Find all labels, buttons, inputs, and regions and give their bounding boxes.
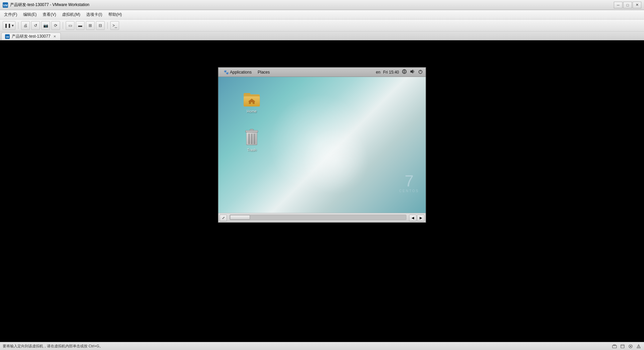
svg-marker-7	[411, 70, 413, 74]
scroll-left-button[interactable]: ◀	[409, 215, 417, 221]
restore-icon: ⟳	[54, 23, 57, 28]
trash-image	[244, 130, 260, 146]
snapshot-icon: 📷	[43, 23, 48, 28]
scroll-buttons: ◀ ▶	[409, 215, 425, 221]
tab-bar: VM 产品研发-test-130077 ✕	[0, 32, 644, 40]
view3-button[interactable]: ⊞	[86, 21, 95, 30]
menu-vm[interactable]: 虚拟机(M)	[59, 11, 83, 18]
scroll-thumb[interactable]	[230, 215, 250, 220]
close-button[interactable]: ✕	[633, 2, 641, 8]
trash-line-1	[249, 134, 250, 144]
vmware-icon: VM	[3, 2, 8, 8]
home-label: Home	[247, 109, 257, 113]
vm-tab-icon: VM	[5, 34, 10, 39]
trash-line-3	[254, 134, 255, 144]
console-button[interactable]: >_	[110, 21, 119, 30]
status-hint: 要将输入定向到该虚拟机，请在虚拟机内部单击或按 Ctrl+G。	[3, 344, 103, 349]
volume-icon[interactable]	[410, 69, 415, 75]
toolbar-sep-1	[18, 22, 18, 29]
vm-tab[interactable]: VM 产品研发-test-130077 ✕	[1, 33, 61, 40]
scrollbar-area: ◀ ▶	[228, 215, 425, 221]
view2-button[interactable]: ▬	[76, 21, 85, 30]
svg-rect-13	[621, 345, 624, 348]
main-area: 🐾 Applications Places en Fri 15:40	[0, 40, 644, 342]
trash-body	[246, 132, 258, 145]
restore-button[interactable]: ⟳	[51, 21, 60, 30]
dropdown-arrow: ▾	[12, 23, 14, 28]
menu-help[interactable]: 帮助(H)	[106, 11, 125, 18]
trash-graphic	[245, 130, 259, 146]
toolbar: ❚❚ ▾ 🖨 ↺ 📷 ⟳ ▭ ▬ ⊞ ⊟ >_	[0, 19, 644, 32]
snapshot-button[interactable]: 📷	[41, 21, 50, 30]
titlebar-left: VM 产品研发-test-130077 - VMware Workstation	[3, 2, 90, 8]
toolbar-sep-3	[107, 22, 108, 29]
horizontal-scrollbar[interactable]	[230, 215, 407, 220]
maximize-button[interactable]: □	[623, 2, 632, 8]
refresh-icon: ↺	[34, 23, 37, 28]
power-icon[interactable]	[418, 69, 423, 75]
view1-icon: ▭	[68, 23, 72, 28]
status-icon-4[interactable]	[636, 344, 641, 349]
svg-point-17	[638, 347, 639, 348]
titlebar-buttons: ─ □ ✕	[614, 2, 641, 8]
status-bar: 要将输入定向到该虚拟机，请在虚拟机内部单击或按 Ctrl+G。	[0, 342, 644, 350]
view3-icon: ⊞	[89, 23, 92, 28]
trash-lid	[246, 130, 258, 132]
menu-edit[interactable]: 编辑(E)	[20, 11, 39, 18]
gnome-panel-left: 🐾 Applications Places	[221, 69, 273, 75]
desktop-glow-1	[269, 94, 369, 194]
menu-bar: 文件(F) 编辑(E) 查看(V) 虚拟机(M) 选项卡(I) 帮助(H)	[0, 10, 644, 19]
scroll-right-button[interactable]: ▶	[417, 215, 425, 221]
network-icon[interactable]	[402, 69, 407, 75]
trash-icon[interactable]: Trash	[238, 129, 265, 153]
menu-options[interactable]: 选项卡(I)	[84, 11, 105, 18]
vm-bottom-bar: ⤢ ◀ ▶	[218, 213, 426, 222]
desktop-glow-2	[302, 127, 369, 194]
print-button[interactable]: 🖨	[21, 21, 30, 30]
status-icon-3[interactable]	[628, 344, 633, 349]
trash-label: Trash	[247, 148, 257, 152]
gnome-panel: 🐾 Applications Places en Fri 15:40	[218, 68, 426, 77]
view4-button[interactable]: ⊟	[96, 21, 105, 30]
applications-menu[interactable]: 🐾 Applications	[221, 69, 255, 75]
svg-point-16	[630, 346, 631, 347]
applications-label: Applications	[230, 70, 252, 75]
view2-icon: ▬	[78, 23, 82, 28]
window-title: 产品研发-test-130077 - VMware Workstation	[10, 2, 90, 8]
home-icon[interactable]: Home	[238, 90, 265, 115]
home-symbol	[248, 98, 256, 104]
pause-icon: ❚❚	[4, 23, 11, 28]
trash-lid-handle	[250, 129, 254, 131]
print-icon: 🖨	[23, 23, 28, 28]
foot-icon: 🐾	[224, 70, 229, 75]
tab-label: 产品研发-test-130077	[12, 34, 50, 39]
clock-label: Fri 15:40	[383, 70, 399, 75]
centos-watermark: 7 CENTOS	[399, 173, 419, 193]
svg-marker-10	[249, 99, 255, 104]
vm-viewport[interactable]: 🐾 Applications Places en Fri 15:40	[218, 67, 426, 223]
places-menu[interactable]: Places	[255, 69, 272, 75]
gnome-panel-right: en Fri 15:40	[376, 69, 423, 75]
status-icon-2[interactable]	[620, 344, 625, 349]
centos-version-number: 7	[399, 173, 419, 189]
view1-button[interactable]: ▭	[66, 21, 74, 30]
status-icon-1[interactable]	[612, 344, 617, 349]
pause-button[interactable]: ❚❚ ▾	[3, 21, 15, 30]
folder-front	[244, 96, 260, 106]
menu-view[interactable]: 查看(V)	[40, 11, 59, 18]
toolbar-sep-2	[63, 22, 63, 29]
minimize-button[interactable]: ─	[614, 2, 623, 8]
home-folder-image	[244, 92, 260, 108]
home-folder-graphic	[244, 93, 260, 106]
locale-label: en	[376, 70, 380, 75]
menu-file[interactable]: 文件(F)	[1, 11, 20, 18]
tab-close-button[interactable]: ✕	[52, 34, 57, 39]
refresh-button[interactable]: ↺	[31, 21, 40, 30]
title-bar: VM 产品研发-test-130077 - VMware Workstation…	[0, 0, 644, 10]
trash-line-2	[251, 134, 253, 144]
centos-version-text: CENTOS	[399, 189, 419, 193]
gnome-desktop[interactable]: Home Trash	[218, 77, 426, 213]
fullscreen-button[interactable]: ⤢	[220, 215, 227, 221]
statusbar-right	[612, 344, 641, 349]
svg-text:VM: VM	[3, 4, 8, 7]
